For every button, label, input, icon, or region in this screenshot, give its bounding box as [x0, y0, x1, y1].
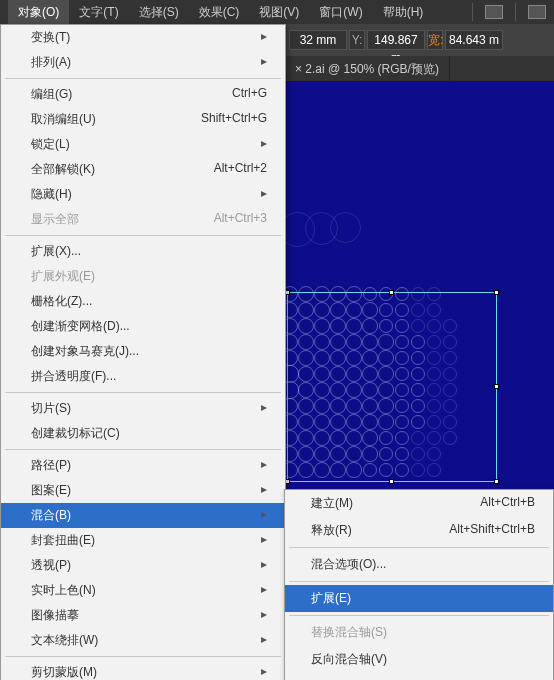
chevron-right-icon: ▸: [261, 632, 267, 649]
chevron-right-icon: ▸: [261, 457, 267, 474]
handle-mr[interactable]: [494, 384, 499, 389]
menu-blend[interactable]: 混合(B)▸: [1, 503, 285, 528]
tab-close-icon[interactable]: ×: [295, 62, 302, 76]
handle-bm[interactable]: [389, 479, 394, 484]
menu-perspective[interactable]: 透视(P)▸: [1, 553, 285, 578]
x-field[interactable]: 32 mm: [289, 30, 347, 50]
menu-object[interactable]: 对象(O): [8, 0, 69, 25]
w-label: 宽:: [427, 30, 443, 50]
menu-path[interactable]: 路径(P)▸: [1, 453, 285, 478]
control-bar: 32 mm Y: 149.867 m 宽: 84.643 m: [285, 24, 554, 56]
chevron-right-icon: ▸: [261, 664, 267, 680]
menu-image-trace[interactable]: 图像描摹▸: [1, 603, 285, 628]
handle-tm[interactable]: [389, 290, 394, 295]
menu-clipping-mask[interactable]: 剪切蒙版(M)▸: [1, 660, 285, 680]
chevron-right-icon: ▸: [261, 54, 267, 71]
menu-select[interactable]: 选择(S): [129, 0, 189, 25]
menu-effect[interactable]: 效果(C): [189, 0, 250, 25]
chevron-right-icon: ▸: [261, 532, 267, 549]
menu-expand[interactable]: 扩展(X)...: [1, 239, 285, 264]
menu-show-all: 显示全部Alt+Ctrl+3: [1, 207, 285, 232]
menu-window[interactable]: 窗口(W): [309, 0, 372, 25]
menu-lock[interactable]: 锁定(L)▸: [1, 132, 285, 157]
menu-unlock-all[interactable]: 全部解锁(K)Alt+Ctrl+2: [1, 157, 285, 182]
menu-arrange[interactable]: 排列(A)▸: [1, 50, 285, 75]
chevron-right-icon: ▸: [261, 607, 267, 624]
document-tab[interactable]: × 2.ai @ 150% (RGB/预览): [285, 56, 450, 82]
y-label: Y:: [349, 30, 365, 50]
menu-mosaic[interactable]: 创建对象马赛克(J)...: [1, 339, 285, 364]
menu-gradient-mesh[interactable]: 创建渐变网格(D)...: [1, 314, 285, 339]
blend-replace-spine: 替换混合轴(S): [285, 619, 553, 646]
chevron-right-icon: ▸: [261, 482, 267, 499]
menu-rasterize[interactable]: 栅格化(Z)...: [1, 289, 285, 314]
chevron-right-icon: ▸: [261, 29, 267, 46]
blend-submenu: 建立(M)Alt+Ctrl+B 释放(R)Alt+Shift+Ctrl+B 混合…: [284, 489, 554, 680]
menu-expand-appearance: 扩展外观(E): [1, 264, 285, 289]
chevron-right-icon: ▸: [261, 507, 267, 524]
handle-br[interactable]: [494, 479, 499, 484]
menu-help[interactable]: 帮助(H): [373, 0, 434, 25]
document-tabbar: × 2.ai @ 150% (RGB/预览): [285, 56, 554, 82]
menu-ungroup[interactable]: 取消编组(U)Shift+Ctrl+G: [1, 107, 285, 132]
object-menu-dropdown: 变换(T)▸ 排列(A)▸ 编组(G)Ctrl+G 取消编组(U)Shift+C…: [0, 24, 286, 680]
selection-bounds: [287, 292, 497, 482]
menu-live-paint[interactable]: 实时上色(N)▸: [1, 578, 285, 603]
menu-envelope[interactable]: 封套扭曲(E)▸: [1, 528, 285, 553]
handle-tr[interactable]: [494, 290, 499, 295]
tab-title: 2.ai @ 150% (RGB/预览): [305, 62, 439, 76]
w-field[interactable]: 84.643 m: [445, 30, 503, 50]
blend-expand[interactable]: 扩展(E): [285, 585, 553, 612]
menu-group[interactable]: 编组(G)Ctrl+G: [1, 82, 285, 107]
menu-view[interactable]: 视图(V): [249, 0, 309, 25]
chevron-right-icon: ▸: [261, 186, 267, 203]
menu-hide[interactable]: 隐藏(H)▸: [1, 182, 285, 207]
menu-pattern[interactable]: 图案(E)▸: [1, 478, 285, 503]
blend-reverse-front[interactable]: 反向堆叠(F): [285, 673, 553, 680]
menu-trim-marks[interactable]: 创建裁切标记(C): [1, 421, 285, 446]
blend-reverse-spine[interactable]: 反向混合轴(V): [285, 646, 553, 673]
blend-release[interactable]: 释放(R)Alt+Shift+Ctrl+B: [285, 517, 553, 544]
blend-options[interactable]: 混合选项(O)...: [285, 551, 553, 578]
menu-type[interactable]: 文字(T): [69, 0, 128, 25]
chevron-right-icon: ▸: [261, 400, 267, 417]
chevron-right-icon: ▸: [261, 136, 267, 153]
layout-icon[interactable]: [485, 5, 503, 19]
y-field[interactable]: 149.867 m: [367, 30, 425, 50]
menu-slice[interactable]: 切片(S)▸: [1, 396, 285, 421]
chevron-right-icon: ▸: [261, 557, 267, 574]
menu-transform[interactable]: 变换(T)▸: [1, 25, 285, 50]
workspace-icon[interactable]: [528, 5, 546, 19]
menu-text-wrap[interactable]: 文本绕排(W)▸: [1, 628, 285, 653]
blend-make[interactable]: 建立(M)Alt+Ctrl+B: [285, 490, 553, 517]
menu-flatten[interactable]: 拼合透明度(F)...: [1, 364, 285, 389]
chevron-right-icon: ▸: [261, 582, 267, 599]
menubar: 对象(O) 文字(T) 选择(S) 效果(C) 视图(V) 窗口(W) 帮助(H…: [0, 0, 554, 24]
